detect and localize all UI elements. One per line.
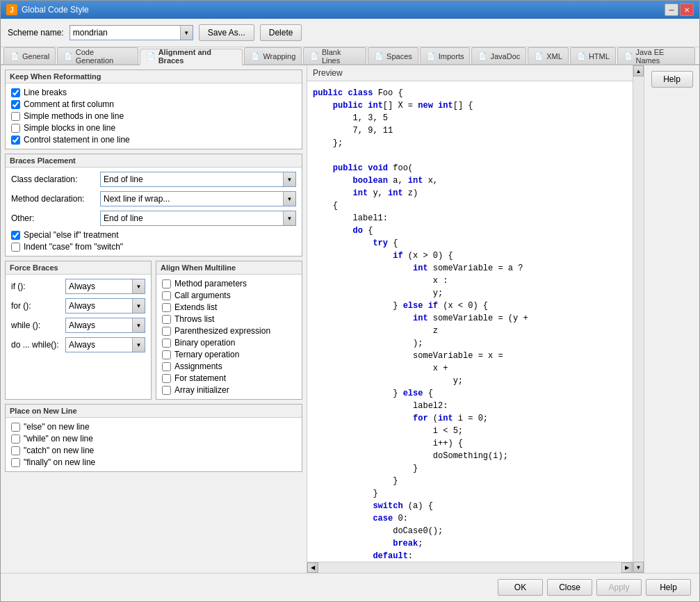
tab-wrapping[interactable]: 📄 Wrapping [244, 47, 302, 64]
if-arrow-icon[interactable]: ▼ [132, 279, 145, 293]
check-assignments-input[interactable] [162, 362, 171, 371]
for-value: Always [66, 301, 132, 311]
tab-codegen-icon: 📄 [63, 51, 73, 61]
tab-codegen-label: Code Generation [76, 48, 132, 65]
check-method-params[interactable]: Method parameters [162, 279, 296, 288]
tab-javadoc-icon: 📄 [478, 51, 487, 61]
check-call-args[interactable]: Call arguments [162, 291, 296, 300]
other-row: Other: End of line ▼ [11, 211, 296, 226]
check-special-else-input[interactable] [11, 231, 20, 240]
tab-align-label: Alignment and Braces [158, 48, 237, 65]
class-decl-row: Class declaration: End of line ▼ [11, 172, 296, 187]
other-arrow-icon[interactable]: ▼ [283, 211, 295, 225]
method-decl-combo[interactable]: Next line if wrap... ▼ [100, 191, 296, 206]
check-while-new-line[interactable]: "while" on new line [11, 434, 296, 444]
hscroll-right-btn[interactable]: ▶ [621, 562, 633, 573]
tab-code-generation[interactable]: 📄 Code Generation [57, 47, 138, 64]
hscroll-left-btn[interactable]: ◀ [307, 562, 318, 573]
check-indent-case[interactable]: Indent "case" from "switch" [11, 242, 296, 252]
if-row: if (): Always ▼ [11, 279, 145, 294]
tab-general-label: General [22, 52, 49, 60]
save-as-button[interactable]: Save As... [199, 24, 254, 41]
check-assignments[interactable]: Assignments [162, 361, 296, 371]
for-arrow-icon[interactable]: ▼ [132, 299, 145, 313]
check-binary-op-input[interactable] [162, 339, 171, 348]
tab-javaee-icon: 📄 [624, 51, 633, 61]
close-button[interactable]: ✕ [680, 3, 694, 16]
check-else-new-line[interactable]: "else" on new line [11, 422, 296, 432]
check-else-new-line-input[interactable] [11, 423, 20, 432]
check-method-params-input[interactable] [162, 279, 171, 288]
check-comment-first-col[interactable]: Comment at first column [11, 99, 296, 109]
tab-blank-lines[interactable]: 📄 Blank Lines [303, 47, 366, 64]
scheme-combo[interactable]: ▼ [70, 25, 193, 40]
check-call-args-input[interactable] [162, 291, 171, 300]
scheme-input[interactable] [70, 26, 180, 39]
check-comment-first-col-input[interactable] [11, 100, 20, 109]
close-button-bottom[interactable]: Close [547, 579, 592, 596]
scheme-combo-arrow-icon[interactable]: ▼ [180, 26, 193, 40]
minimize-button[interactable]: ─ [665, 3, 678, 16]
tab-xml[interactable]: 📄 XML [528, 47, 569, 64]
check-for-stmt[interactable]: For statement [162, 373, 296, 383]
check-simple-blocks-input[interactable] [11, 124, 20, 133]
check-binary-op[interactable]: Binary operation [162, 338, 296, 348]
class-decl-arrow-icon[interactable]: ▼ [283, 172, 295, 186]
tab-html[interactable]: 📄 HTML [570, 47, 616, 64]
check-simple-blocks[interactable]: Simple blocks in one line [11, 123, 296, 133]
title-bar: J Global Code Style ─ ✕ [1, 1, 699, 19]
class-decl-combo[interactable]: End of line ▼ [100, 172, 296, 187]
check-control-statement-input[interactable] [11, 136, 20, 145]
do-while-arrow-icon[interactable]: ▼ [132, 338, 145, 352]
check-simple-methods-input[interactable] [11, 112, 20, 121]
tab-general[interactable]: 📄 General [3, 47, 56, 64]
tab-alignment-braces[interactable]: 📄 Alignment and Braces [140, 49, 243, 65]
check-paren-expr-input[interactable] [162, 327, 171, 336]
preview-hscrollbar[interactable]: ◀ ▶ [307, 562, 633, 573]
title-bar-buttons: ─ ✕ [665, 3, 694, 16]
method-decl-arrow-icon[interactable]: ▼ [283, 192, 295, 206]
keep-reformatting-panel: Keep When Reformatting Line breaks Comme… [5, 70, 302, 149]
scheme-bar: Scheme name: ▼ Save As... Delete [1, 19, 699, 47]
tab-spaces[interactable]: 📄 Spaces [368, 47, 418, 64]
while-arrow-icon[interactable]: ▼ [132, 318, 145, 332]
if-combo[interactable]: Always ▼ [65, 279, 145, 294]
other-combo[interactable]: End of line ▼ [100, 211, 296, 226]
force-braces-title: Force Braces [6, 261, 151, 275]
check-paren-expr[interactable]: Parenthesized expression [162, 326, 296, 336]
while-combo[interactable]: Always ▼ [65, 318, 145, 333]
check-line-breaks-input[interactable] [11, 88, 20, 97]
for-combo[interactable]: Always ▼ [65, 298, 145, 314]
check-array-init-input[interactable] [162, 386, 171, 395]
check-ternary-op[interactable]: Ternary operation [162, 350, 296, 359]
check-for-stmt-input[interactable] [162, 374, 171, 383]
check-throws-list[interactable]: Throws list [162, 314, 296, 324]
check-special-else[interactable]: Special "else if" treatment [11, 230, 296, 240]
check-while-new-line-input[interactable] [11, 434, 20, 444]
check-throws-list-input[interactable] [162, 315, 171, 324]
check-extends-list-input[interactable] [162, 303, 171, 312]
vscroll-up-btn[interactable]: ▲ [633, 65, 644, 76]
help-button[interactable]: Help [646, 579, 691, 596]
check-ternary-op-input[interactable] [162, 350, 171, 359]
vscroll-down-btn[interactable]: ▼ [633, 562, 644, 573]
delete-button[interactable]: Delete [260, 24, 302, 41]
check-finally-new-line-input[interactable] [11, 458, 20, 467]
tab-java-ee-names[interactable]: 📄 Java EE Names [617, 47, 695, 64]
tab-javadoc[interactable]: 📄 JavaDoc [471, 47, 526, 64]
apply-button[interactable]: Apply [596, 579, 642, 596]
help-side-button[interactable]: Help [651, 71, 693, 88]
check-simple-methods[interactable]: Simple methods in one line [11, 111, 296, 121]
check-catch-new-line[interactable]: "catch" on new line [11, 446, 296, 455]
check-control-statement[interactable]: Control statement in one line [11, 135, 296, 145]
check-catch-new-line-input[interactable] [11, 446, 20, 455]
check-indent-case-input[interactable] [11, 243, 20, 252]
do-while-row: do ... while(): Always ▼ [11, 337, 145, 352]
do-while-combo[interactable]: Always ▼ [65, 337, 145, 352]
tab-imports[interactable]: 📄 Imports [420, 47, 471, 64]
check-line-breaks[interactable]: Line breaks [11, 88, 296, 97]
ok-button[interactable]: OK [498, 579, 543, 596]
check-extends-list[interactable]: Extends list [162, 302, 296, 312]
check-finally-new-line[interactable]: "finally" on new line [11, 457, 296, 467]
check-array-init[interactable]: Array initializer [162, 385, 296, 395]
